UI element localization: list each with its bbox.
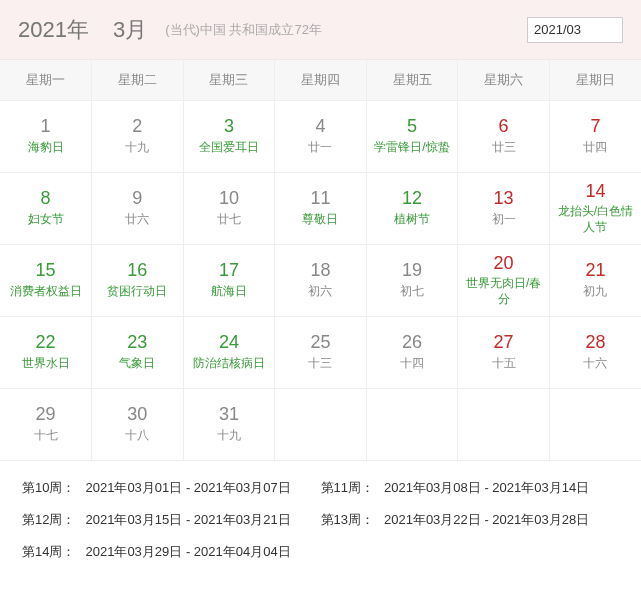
day-subtext: 植树节	[369, 212, 456, 228]
calendar-cell[interactable]: 23气象日	[92, 316, 184, 388]
day-subtext: 全国爱耳日	[186, 140, 273, 156]
calendar-cell[interactable]: 30十八	[92, 388, 184, 460]
day-subtext: 初九	[552, 284, 639, 300]
calendar-header: 2021年 3月 (当代)中国 共和国成立72年	[0, 0, 641, 60]
calendar-cell[interactable]: 20世界无肉日/春分	[458, 244, 550, 316]
day-number: 30	[94, 404, 181, 426]
day-subtext: 贫困行动日	[94, 284, 181, 300]
week-label: 第11周：	[321, 479, 374, 497]
weekday-header: 星期日	[549, 60, 641, 100]
calendar-cell[interactable]: 8妇女节	[0, 172, 92, 244]
calendar-cell	[458, 388, 550, 460]
day-number: 9	[94, 188, 181, 210]
calendar-cell[interactable]: 15消费者权益日	[0, 244, 92, 316]
day-subtext: 初六	[277, 284, 364, 300]
calendar-cell[interactable]: 4廿一	[275, 100, 367, 172]
day-number: 5	[369, 116, 456, 138]
day-number: 11	[277, 188, 364, 210]
calendar-row: 15消费者权益日16贫困行动日17航海日18初六19初七20世界无肉日/春分21…	[0, 244, 641, 316]
calendar-cell[interactable]: 1海豹日	[0, 100, 92, 172]
calendar-cell[interactable]: 16贫困行动日	[92, 244, 184, 316]
date-input[interactable]	[527, 17, 623, 43]
day-number: 18	[277, 260, 364, 282]
year-title: 2021年	[18, 15, 89, 45]
day-number: 3	[186, 116, 273, 138]
calendar-cell[interactable]: 7廿四	[549, 100, 641, 172]
weekday-header: 星期一	[0, 60, 92, 100]
week-item: 第11周：2021年03月08日 - 2021年03月14日	[321, 479, 620, 497]
calendar-cell[interactable]: 12植树节	[366, 172, 458, 244]
calendar-cell[interactable]: 19初七	[366, 244, 458, 316]
day-number: 14	[552, 181, 639, 203]
week-range: 2021年03月08日 - 2021年03月14日	[384, 479, 589, 497]
day-number: 13	[460, 188, 547, 210]
week-row: 第12周：2021年03月15日 - 2021年03月21日第13周：2021年…	[22, 511, 619, 529]
calendar-cell[interactable]: 14龙抬头/白色情人节	[549, 172, 641, 244]
calendar-cell[interactable]: 21初九	[549, 244, 641, 316]
day-number: 6	[460, 116, 547, 138]
day-subtext: 廿七	[186, 212, 273, 228]
day-number: 19	[369, 260, 456, 282]
calendar-cell[interactable]: 2十九	[92, 100, 184, 172]
calendar-cell[interactable]: 24防治结核病日	[183, 316, 275, 388]
calendar-cell[interactable]: 27十五	[458, 316, 550, 388]
weekday-header: 星期六	[458, 60, 550, 100]
day-subtext: 廿六	[94, 212, 181, 228]
day-subtext: 十七	[2, 428, 89, 444]
day-number: 24	[186, 332, 273, 354]
week-range: 2021年03月15日 - 2021年03月21日	[85, 511, 290, 529]
calendar-cell[interactable]: 26十四	[366, 316, 458, 388]
calendar-cell[interactable]: 10廿七	[183, 172, 275, 244]
calendar-cell[interactable]: 11尊敬日	[275, 172, 367, 244]
calendar-cell[interactable]: 25十三	[275, 316, 367, 388]
day-number: 15	[2, 260, 89, 282]
day-number: 1	[2, 116, 89, 138]
calendar-row: 1海豹日2十九3全国爱耳日4廿一5学雷锋日/惊蛰6廿三7廿四	[0, 100, 641, 172]
week-item: 第13周：2021年03月22日 - 2021年03月28日	[321, 511, 620, 529]
calendar-cell[interactable]: 6廿三	[458, 100, 550, 172]
day-subtext: 气象日	[94, 356, 181, 372]
weekday-header-row: 星期一星期二星期三星期四星期五星期六星期日	[0, 60, 641, 100]
calendar-cell	[366, 388, 458, 460]
calendar-cell[interactable]: 13初一	[458, 172, 550, 244]
day-subtext: 防治结核病日	[186, 356, 273, 372]
day-subtext: 十四	[369, 356, 456, 372]
day-number: 31	[186, 404, 273, 426]
weekday-header: 星期五	[366, 60, 458, 100]
day-subtext: 尊敬日	[277, 212, 364, 228]
week-label: 第10周：	[22, 479, 75, 497]
calendar-cell[interactable]: 3全国爱耳日	[183, 100, 275, 172]
day-number: 27	[460, 332, 547, 354]
day-number: 17	[186, 260, 273, 282]
calendar-cell[interactable]: 28十六	[549, 316, 641, 388]
week-ranges-list: 第10周：2021年03月01日 - 2021年03月07日第11周：2021年…	[0, 461, 641, 579]
calendar-cell[interactable]: 18初六	[275, 244, 367, 316]
week-range: 2021年03月01日 - 2021年03月07日	[85, 479, 290, 497]
day-subtext: 初一	[460, 212, 547, 228]
calendar-cell[interactable]: 5学雷锋日/惊蛰	[366, 100, 458, 172]
day-subtext: 十八	[94, 428, 181, 444]
week-item: 第12周：2021年03月15日 - 2021年03月21日	[22, 511, 321, 529]
weekday-header: 星期二	[92, 60, 184, 100]
week-label: 第12周：	[22, 511, 75, 529]
day-number: 4	[277, 116, 364, 138]
day-subtext: 初七	[369, 284, 456, 300]
week-row: 第10周：2021年03月01日 - 2021年03月07日第11周：2021年…	[22, 479, 619, 497]
calendar-cell[interactable]: 17航海日	[183, 244, 275, 316]
calendar-cell[interactable]: 29十七	[0, 388, 92, 460]
week-range: 2021年03月29日 - 2021年04月04日	[85, 543, 290, 561]
day-number: 22	[2, 332, 89, 354]
day-number: 10	[186, 188, 273, 210]
day-subtext: 妇女节	[2, 212, 89, 228]
calendar-cell[interactable]: 22世界水日	[0, 316, 92, 388]
calendar-grid: 星期一星期二星期三星期四星期五星期六星期日 1海豹日2十九3全国爱耳日4廿一5学…	[0, 60, 641, 461]
day-number: 26	[369, 332, 456, 354]
calendar-cell	[275, 388, 367, 460]
week-row: 第14周：2021年03月29日 - 2021年04月04日	[22, 543, 619, 561]
day-subtext: 十九	[186, 428, 273, 444]
day-number: 23	[94, 332, 181, 354]
calendar-cell[interactable]: 9廿六	[92, 172, 184, 244]
calendar-cell[interactable]: 31十九	[183, 388, 275, 460]
week-label: 第13周：	[321, 511, 374, 529]
day-subtext: 廿四	[552, 140, 639, 156]
